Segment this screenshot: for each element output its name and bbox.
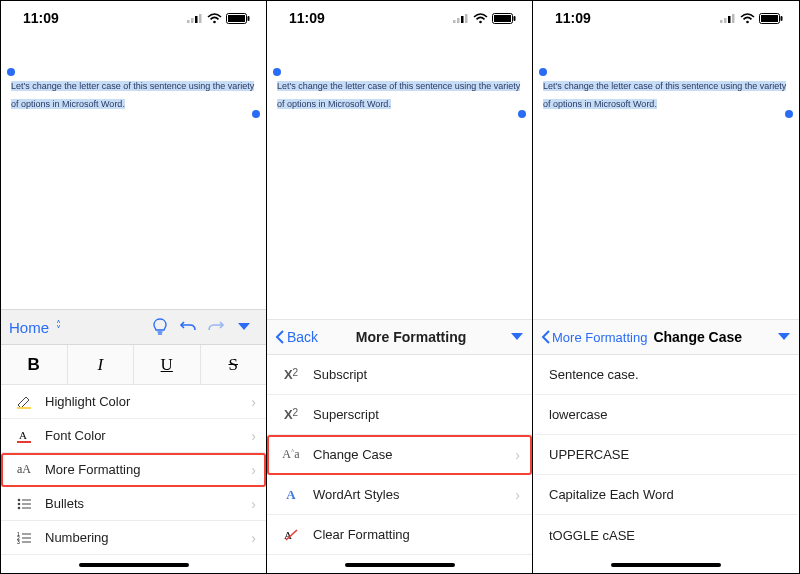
bold-button[interactable]: B <box>1 345 68 384</box>
redo-button[interactable] <box>202 319 230 335</box>
cellular-icon <box>187 13 203 23</box>
selection-handle-start[interactable] <box>539 68 547 76</box>
option-label: Sentence case. <box>549 367 639 382</box>
option-capitalize-each-word[interactable]: Capitalize Each Word <box>535 475 797 515</box>
home-indicator[interactable] <box>79 563 189 567</box>
sheet-title: More Formatting <box>318 329 504 345</box>
battery-icon <box>226 13 250 24</box>
undo-button[interactable] <box>174 319 202 335</box>
italic-button[interactable]: I <box>68 345 135 384</box>
strikethrough-button[interactable]: S <box>201 345 267 384</box>
option-lowercase[interactable]: lowercase <box>535 395 797 435</box>
status-time: 11:09 <box>23 10 59 26</box>
svg-rect-42 <box>761 15 778 22</box>
svg-rect-6 <box>228 15 245 22</box>
row-subscript[interactable]: X2 Subscript <box>267 355 532 395</box>
selection-handle-start[interactable] <box>7 68 15 76</box>
subscript-icon: X2 <box>279 367 303 382</box>
option-sentence-case[interactable]: Sentence case. <box>535 355 797 395</box>
status-bar: 11:09 <box>1 1 266 35</box>
battery-icon <box>759 13 783 24</box>
chevron-right-icon: › <box>515 487 520 503</box>
numbering-icon: 123 <box>13 532 35 544</box>
svg-text:3: 3 <box>17 539 20 544</box>
chevron-right-icon: › <box>251 496 256 512</box>
more-formatting-icon: aA <box>13 462 35 477</box>
svg-rect-7 <box>248 16 250 21</box>
clear-formatting-icon: A <box>279 528 303 542</box>
superscript-icon: X2 <box>279 407 303 422</box>
chevron-right-icon: › <box>251 394 256 410</box>
wifi-icon <box>740 13 755 24</box>
panel-more-formatting: 11:09 Let's change the letter case of th… <box>267 1 533 573</box>
lightbulb-button[interactable] <box>146 318 174 336</box>
selection-handle-end[interactable] <box>518 110 526 118</box>
menu-highlight-color[interactable]: Highlight Color › <box>1 385 266 419</box>
sheet-title: Change Case <box>653 329 742 345</box>
home-indicator[interactable] <box>611 563 721 567</box>
row-superscript[interactable]: X2 Superscript <box>267 395 532 435</box>
menu-more-formatting[interactable]: aA More Formatting › <box>1 453 266 487</box>
svg-rect-26 <box>453 20 456 23</box>
svg-point-30 <box>479 20 482 23</box>
chevron-right-icon: › <box>251 462 256 478</box>
svg-rect-13 <box>17 441 31 443</box>
home-indicator[interactable] <box>345 563 455 567</box>
row-change-case[interactable]: A^a Change Case › <box>267 435 532 475</box>
menu-numbering[interactable]: 123 Numbering › <box>1 521 266 555</box>
svg-point-4 <box>213 20 216 23</box>
row-label: Superscript <box>313 407 379 422</box>
back-button[interactable]: Back <box>275 329 318 345</box>
wordart-icon: A <box>279 487 303 503</box>
selected-text[interactable]: Let's change the letter case of this sen… <box>277 81 520 109</box>
cellular-icon <box>720 13 736 23</box>
menu-label: Highlight Color <box>45 394 130 409</box>
collapse-sheet-button[interactable] <box>771 328 791 346</box>
change-case-sheet: More Formatting Change Case Sentence cas… <box>533 319 799 573</box>
collapse-ribbon-button[interactable] <box>230 322 258 332</box>
more-formatting-sheet: Back More Formatting X2 Subscript X2 Sup… <box>267 319 532 573</box>
selection-handle-start[interactable] <box>273 68 281 76</box>
option-label: tOGGLE cASE <box>549 528 635 543</box>
row-wordart[interactable]: A WordArt Styles › <box>267 475 532 515</box>
wifi-icon <box>207 13 222 24</box>
svg-rect-43 <box>781 16 783 21</box>
svg-rect-0 <box>187 20 190 23</box>
option-toggle-case[interactable]: tOGGLE cASE <box>535 515 797 555</box>
menu-label: Numbering <box>45 530 109 545</box>
status-time: 11:09 <box>289 10 325 26</box>
option-label: UPPERCASE <box>549 447 629 462</box>
ribbon-tab-selector[interactable]: Home ˄˅ <box>9 319 61 336</box>
document-area[interactable]: Let's change the letter case of this sen… <box>533 35 799 111</box>
back-button[interactable]: More Formatting <box>541 330 647 345</box>
selection-handle-end[interactable] <box>252 110 260 118</box>
wifi-icon <box>473 13 488 24</box>
panel-change-case: 11:09 Let's change the letter case of th… <box>533 1 799 573</box>
svg-rect-1 <box>191 18 194 23</box>
selection-handle-end[interactable] <box>785 110 793 118</box>
collapse-sheet-button[interactable] <box>504 328 524 346</box>
svg-rect-2 <box>195 16 198 23</box>
format-buttons-row: B I U S <box>1 345 266 385</box>
option-uppercase[interactable]: UPPERCASE <box>535 435 797 475</box>
change-case-icon: A^a <box>279 447 303 462</box>
font-color-icon: A <box>13 429 35 443</box>
cellular-icon <box>453 13 469 23</box>
sheet-header: Back More Formatting <box>267 319 532 355</box>
selected-text[interactable]: Let's change the letter case of this sen… <box>543 81 786 109</box>
document-area[interactable]: Let's change the letter case of this sen… <box>1 35 266 111</box>
option-label: lowercase <box>549 407 608 422</box>
chevron-left-icon <box>275 330 284 344</box>
row-clear-formatting[interactable]: A Clear Formatting <box>267 515 532 555</box>
menu-bullets[interactable]: Bullets › <box>1 487 266 521</box>
chevron-updown-icon: ˄˅ <box>56 322 61 332</box>
back-label: More Formatting <box>552 330 647 345</box>
menu-font-color[interactable]: A Font Color › <box>1 419 266 453</box>
selected-text[interactable]: Let's change the letter case of this sen… <box>11 81 254 109</box>
battery-icon <box>492 13 516 24</box>
underline-button[interactable]: U <box>134 345 201 384</box>
chevron-left-icon <box>541 330 550 344</box>
svg-point-18 <box>18 506 21 509</box>
case-options-group: Sentence case. lowercase UPPERCASE Capit… <box>535 355 797 555</box>
document-area[interactable]: Let's change the letter case of this sen… <box>267 35 532 111</box>
